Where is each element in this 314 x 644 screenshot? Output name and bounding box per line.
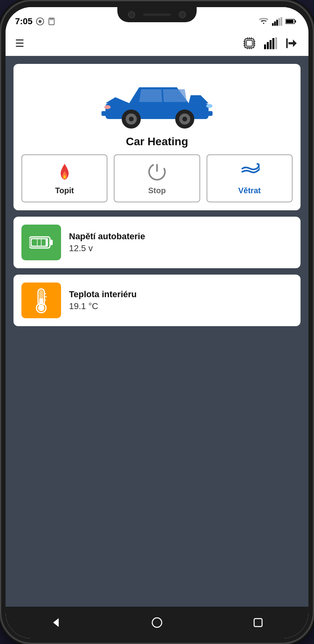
car-card: Car Heating Topit (13, 64, 301, 210)
topit-button[interactable]: Topit (21, 154, 107, 202)
svg-rect-29 (267, 42, 269, 49)
signal-header-icon (264, 37, 278, 49)
home-icon (151, 617, 163, 628)
flame-icon (54, 161, 75, 182)
car-title: Car Heating (126, 135, 188, 148)
svg-rect-32 (275, 37, 277, 49)
temperature-card: Teplota interiéru 19.1 °C (13, 275, 301, 326)
svg-rect-35 (207, 111, 213, 116)
battery-value: 12.5 v (69, 243, 145, 254)
svg-rect-31 (272, 38, 274, 49)
svg-rect-6 (272, 23, 274, 26)
stop-button[interactable]: Stop (114, 154, 200, 202)
sd-icon (48, 17, 56, 25)
svg-rect-10 (281, 17, 282, 26)
signal-bars-status (272, 17, 282, 26)
svg-rect-9 (278, 18, 280, 26)
svg-rect-8 (276, 20, 278, 26)
svg-rect-12 (286, 20, 293, 23)
svg-line-45 (162, 89, 163, 102)
svg-point-42 (182, 117, 187, 121)
svg-point-39 (129, 117, 134, 121)
svg-rect-7 (274, 21, 276, 26)
app-header: ☰ (6, 31, 308, 56)
phone-frame: 7:05 (0, 0, 314, 644)
svg-rect-13 (295, 20, 296, 23)
notch (117, 7, 197, 22)
menu-button[interactable]: ☰ (15, 37, 24, 50)
topit-label: Topit (55, 186, 74, 195)
svg-rect-15 (246, 40, 252, 46)
svg-point-1 (38, 20, 41, 23)
speaker (143, 13, 171, 16)
svg-rect-51 (32, 239, 46, 246)
status-time: 7:05 (15, 16, 33, 27)
svg-point-63 (152, 618, 162, 627)
car-illustration (94, 73, 220, 129)
wifi-icon (258, 17, 269, 26)
svg-point-58 (38, 305, 44, 311)
bottom-nav (6, 607, 308, 638)
svg-rect-30 (270, 40, 272, 49)
battery-label: Napětí autobaterie (69, 231, 145, 242)
battery-card-icon (29, 235, 53, 250)
svg-point-44 (104, 105, 111, 109)
controls-row: Topit Stop (21, 154, 293, 202)
svg-rect-33 (286, 38, 288, 48)
status-left: 7:05 (15, 16, 56, 27)
battery-icon-box (21, 225, 61, 260)
screen: 7:05 (6, 7, 308, 638)
front-camera (128, 11, 135, 18)
vetrat-label: Větrat (238, 186, 261, 195)
back-nav-button[interactable] (46, 613, 66, 632)
stop-label: Stop (148, 186, 166, 195)
power-icon (147, 161, 167, 182)
svg-rect-50 (50, 240, 53, 245)
wind-icon (239, 161, 260, 182)
sim-icon (36, 17, 44, 26)
vetrat-button[interactable]: Větrat (207, 154, 293, 202)
temperature-text-group: Teplota interiéru 19.1 °C (69, 289, 137, 311)
header-icons (243, 37, 299, 50)
battery-card: Napětí autobaterie 12.5 v (13, 217, 301, 268)
temperature-value: 19.1 °C (69, 301, 137, 311)
back-icon (50, 617, 62, 629)
main-content: Car Heating Topit (6, 56, 308, 607)
svg-rect-36 (101, 111, 107, 116)
home-nav-button[interactable] (147, 613, 167, 632)
battery-text-group: Napětí autobaterie 12.5 v (69, 231, 145, 254)
front-camera-2 (179, 11, 186, 18)
exit-icon[interactable] (285, 37, 299, 49)
svg-rect-64 (254, 619, 262, 627)
temperature-icon-box (21, 283, 61, 318)
svg-marker-62 (53, 618, 59, 627)
recents-icon (253, 617, 263, 628)
status-bar: 7:05 (6, 7, 308, 31)
svg-rect-28 (264, 44, 266, 49)
temperature-label: Teplota interiéru (69, 289, 137, 300)
chip-icon[interactable] (243, 37, 256, 50)
thermometer-card-icon (33, 286, 50, 314)
status-right (258, 17, 297, 26)
svg-point-43 (206, 104, 213, 108)
battery-status-icon (285, 18, 297, 25)
recents-nav-button[interactable] (248, 613, 268, 632)
